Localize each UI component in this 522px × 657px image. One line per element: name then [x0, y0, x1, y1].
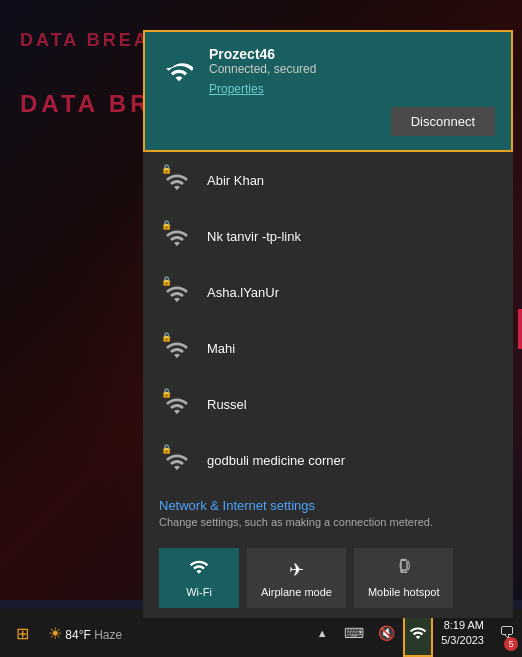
properties-link[interactable]: Properties — [209, 82, 264, 96]
airplane-mode-quick-action[interactable]: ✈ Airplane mode — [247, 548, 346, 608]
network-name-mahi: Mahi — [207, 341, 235, 356]
network-settings-link[interactable]: Network & Internet settings — [159, 498, 497, 513]
connected-network-item: Prozect46 Connected, secured Properties … — [143, 30, 513, 152]
network-wifi-taskbar-icon — [409, 624, 427, 642]
mobile-hotspot-icon — [394, 558, 414, 581]
connected-wifi-icon — [165, 58, 193, 86]
network-name-abir-khan: Abir Khan — [207, 173, 264, 188]
wifi-quick-action-icon — [189, 558, 209, 581]
notification-badge: 5 — [504, 637, 518, 651]
wifi-icon-godbuli: 🔒 — [159, 442, 195, 478]
network-name-godbuli: godbuli medicine corner — [207, 453, 345, 468]
disconnect-row: Disconnect — [161, 107, 495, 136]
wifi-signal-russel — [165, 396, 189, 416]
wifi-icon-abir-khan: 🔒 — [159, 162, 195, 198]
lock-icon-mahi: 🔒 — [161, 332, 172, 342]
quick-actions-row: Wi-Fi ✈ Airplane mode Mobile hotspot — [143, 540, 513, 618]
lock-icon-godbuli: 🔒 — [161, 444, 172, 454]
connected-network-info: Prozect46 Connected, secured Properties — [209, 46, 495, 97]
taskbar-time: 8:19 AM — [444, 618, 484, 633]
hotspot-svg-icon — [394, 558, 414, 576]
lock-icon-russel: 🔒 — [161, 388, 172, 398]
disconnect-button[interactable]: Disconnect — [391, 107, 495, 136]
wifi-icon-asha: 🔒 — [159, 274, 195, 310]
wifi-icon-russel: 🔒 — [159, 386, 195, 422]
weather-desc: Haze — [94, 628, 122, 642]
taskbar-left: ⊞ ☀ 84°F Haze — [0, 617, 128, 649]
wifi-signal-asha — [165, 284, 189, 304]
airplane-mode-label: Airplane mode — [261, 586, 332, 598]
taskbar-clock[interactable]: 8:19 AM 5/3/2023 — [435, 618, 490, 649]
network-settings-section: Network & Internet settings Change setti… — [143, 488, 513, 540]
mobile-hotspot-label: Mobile hotspot — [368, 586, 440, 598]
network-item-mahi[interactable]: 🔒 Mahi — [143, 320, 513, 376]
wifi-quick-action[interactable]: Wi-Fi — [159, 548, 239, 608]
taskbar-date: 5/3/2023 — [441, 633, 484, 648]
connected-network-name: Prozect46 — [209, 46, 495, 62]
red-indicator — [518, 309, 522, 349]
mobile-hotspot-quick-action[interactable]: Mobile hotspot — [354, 548, 454, 608]
chevron-up-icon: ▲ — [317, 627, 328, 639]
lock-icon-asha: 🔒 — [161, 276, 172, 286]
weather-temp: 84°F — [65, 628, 90, 642]
settings-description: Change settings, such as making a connec… — [159, 516, 497, 528]
connected-network-row: Prozect46 Connected, secured Properties — [161, 46, 495, 97]
wifi-icon-nk-tanvir: 🔒 — [159, 218, 195, 254]
network-item-nk-tanvir[interactable]: 🔒 Nk tanvir -tp-link — [143, 208, 513, 264]
network-name-nk-tanvir: Nk tanvir -tp-link — [207, 229, 301, 244]
connected-wifi-icon-wrapper — [161, 54, 197, 90]
network-item-godbuli[interactable]: 🔒 godbuli medicine corner — [143, 432, 513, 488]
network-name-asha: Asha.lYanUr — [207, 285, 279, 300]
airplane-mode-icon: ✈ — [289, 559, 304, 581]
network-item-asha[interactable]: 🔒 Asha.lYanUr — [143, 264, 513, 320]
start-icon: ⊞ — [16, 624, 29, 643]
wifi-icon-mahi: 🔒 — [159, 330, 195, 366]
network-item-russel[interactable]: 🔒 Russel — [143, 376, 513, 432]
start-button[interactable]: ⊞ — [6, 617, 38, 649]
wifi-signal-godbuli — [165, 452, 189, 472]
network-item-abir-khan[interactable]: 🔒 Abir Khan — [143, 152, 513, 208]
lock-icon-abir-khan: 🔒 — [161, 164, 172, 174]
settings-link-text: Network & Internet settings — [159, 498, 315, 513]
wifi-signal-abir-khan — [165, 172, 189, 192]
taskbar-weather[interactable]: ☀ 84°F Haze — [42, 624, 128, 643]
network-name-russel: Russel — [207, 397, 247, 412]
keyboard-icon: ⌨ — [344, 625, 364, 641]
weather-icon: ☀ — [48, 625, 62, 642]
wifi-icon-qa — [189, 558, 209, 576]
wifi-quick-action-label: Wi-Fi — [186, 586, 212, 598]
lock-icon-nk-tanvir: 🔒 — [161, 220, 172, 230]
network-flyout: Prozect46 Connected, secured Properties … — [143, 30, 513, 618]
wifi-signal-nk-tanvir — [165, 228, 189, 248]
volume-muted-icon: 🔇 — [378, 625, 395, 641]
connected-network-status: Connected, secured — [209, 62, 495, 76]
wifi-signal-mahi — [165, 340, 189, 360]
